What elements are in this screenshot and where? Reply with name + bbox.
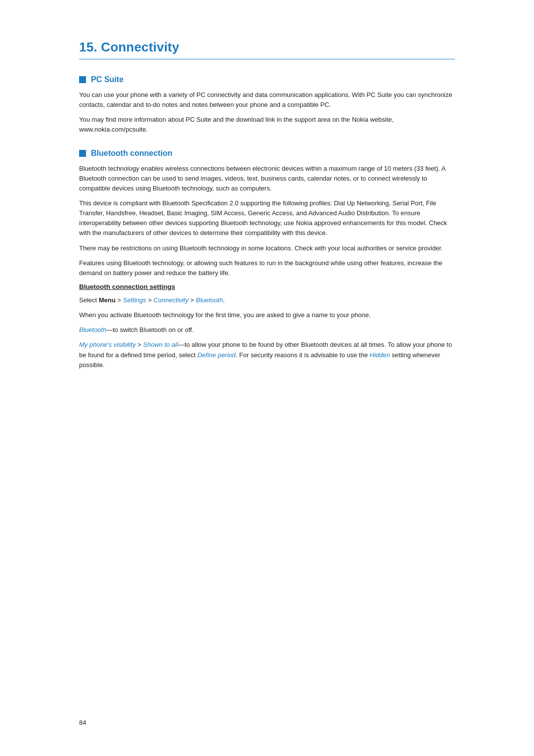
bluetooth-para-2: This device is compliant with Bluetooth …	[79, 198, 455, 238]
section-heading-pc-suite: PC Suite	[79, 75, 455, 84]
chapter-number: 15.	[79, 40, 97, 54]
settings-para-4: My phone's visibility > Shown to all—to …	[79, 340, 455, 370]
section-bluetooth: Bluetooth connection Bluetooth technolog…	[79, 149, 455, 370]
section-pc-suite: PC Suite You can use your phone with a v…	[79, 75, 455, 135]
settings-link: Settings	[123, 296, 146, 304]
chapter-name: Connectivity	[101, 40, 179, 54]
visibility-label: My phone's visibility	[79, 341, 135, 348]
chapter-title: 15. Connectivity	[79, 40, 455, 55]
subsection-bluetooth-settings: Bluetooth connection settings Select Men…	[79, 283, 455, 370]
settings-menu-bold: Menu	[99, 296, 116, 304]
settings-select-label: Select	[79, 296, 99, 304]
hidden-label: Hidden	[370, 351, 390, 359]
bluetooth-toggle-label: Bluetooth	[79, 326, 106, 333]
connectivity-link: Connectivity	[153, 296, 188, 304]
pc-suite-para-1: You can use your phone with a variety of…	[79, 90, 455, 110]
settings-para-2: When you activate Bluetooth technology f…	[79, 310, 455, 320]
visibility-desc-2: . For security reasons it is advisable t…	[236, 351, 370, 359]
settings-arrow-2: >	[146, 296, 154, 304]
subsection-title-bluetooth-settings: Bluetooth connection settings	[79, 283, 455, 290]
section-title-bluetooth: Bluetooth connection	[91, 149, 172, 158]
settings-para-1: Select Menu > Settings > Connectivity > …	[79, 295, 455, 305]
bluetooth-para-3: There may be restrictions on using Bluet…	[79, 243, 455, 253]
section-heading-bluetooth: Bluetooth connection	[79, 149, 455, 158]
settings-arrow-3: >	[188, 296, 196, 304]
bluetooth-para-4: Features using Bluetooth technology, or …	[79, 258, 455, 278]
page-number: 84	[79, 719, 86, 726]
settings-period: .	[223, 296, 225, 304]
settings-para-3: Bluetooth—to switch Bluetooth on or off.	[79, 325, 455, 335]
chapter-divider	[79, 59, 455, 59]
define-period-label: Define period	[197, 351, 235, 359]
section-icon-pc-suite	[79, 76, 86, 83]
shown-to-all-label: Shown to all	[143, 341, 178, 348]
pc-suite-para-2: You may find more information about PC S…	[79, 115, 455, 135]
settings-arrow-1: >	[116, 296, 123, 304]
page: 15. Connectivity PC Suite You can use yo…	[0, 0, 534, 756]
section-icon-bluetooth	[79, 150, 86, 157]
visibility-arrow: >	[135, 341, 143, 348]
section-title-pc-suite: PC Suite	[91, 75, 124, 84]
bluetooth-toggle-desc: —to switch Bluetooth on or off.	[106, 326, 194, 333]
bluetooth-link: Bluetooth	[196, 296, 223, 304]
bluetooth-para-1: Bluetooth technology enables wireless co…	[79, 164, 455, 193]
